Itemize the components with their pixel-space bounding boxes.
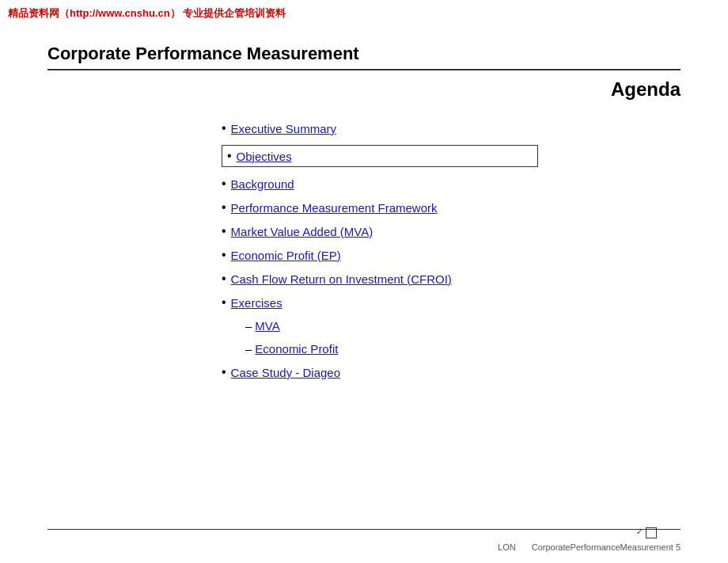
bullet-icon: • [227,149,232,163]
objectives-box: • Objectives [222,145,538,167]
mva-link[interactable]: Market Value Added (MVA) [231,225,373,238]
dash-icon: – [245,342,252,356]
mva-sub-link[interactable]: MVA [255,319,279,333]
list-item: • Market Value Added (MVA) [222,219,681,243]
case-study-link[interactable]: Case Study - Diageo [231,366,340,379]
list-item-highlighted: • Objectives [222,140,681,172]
bottom-bar-right: ✓ [646,527,657,538]
bullet-icon: • [222,248,226,262]
bullet-icon: • [222,365,226,379]
title-section: Corporate Performance Measurement [47,44,681,70]
footer: LON CorporatePerformanceMeasurement 5 [498,542,681,552]
ep-link[interactable]: Economic Profit (EP) [231,249,341,262]
bullet-icon: • [222,121,226,135]
list-item: • Cash Flow Return on Investment (CFROI) [222,267,681,291]
footer-file: CorporatePerformanceMeasurement 5 [532,542,681,552]
checkmark-icon: ✓ [636,527,643,536]
page-title: Corporate Performance Measurement [47,44,359,63]
bullet-icon: • [222,224,226,238]
list-item: • Case Study - Diageo [222,360,681,384]
objectives-link[interactable]: Objectives [237,150,292,163]
footer-lon: LON [498,542,516,552]
agenda-list: • Executive Summary • Objectives • Backg… [222,116,681,384]
exercises-link[interactable]: Exercises [231,296,282,310]
list-item: • Background [222,172,681,196]
bullet-icon: • [222,272,226,286]
executive-summary-link[interactable]: Executive Summary [231,122,336,135]
bullet-icon: • [222,295,226,310]
list-item: • Economic Profit (EP) [222,243,681,267]
bullet-icon: • [222,200,226,215]
sub-list-item: – Economic Profit [245,337,681,360]
bullet-icon: • [222,177,226,191]
background-link[interactable]: Background [231,177,294,191]
agenda-header: Agenda [47,78,681,101]
pmf-link[interactable]: Performance Measurement Framework [231,201,438,215]
watermark: 精品资料网（http://www.cnshu.cn） 专业提供企管培训资料 [8,6,286,21]
bottom-bar: ✓ [47,529,681,533]
checkbox-icon [646,527,657,538]
dash-icon: – [245,319,252,333]
cfroi-link[interactable]: Cash Flow Return on Investment (CFROI) [231,272,452,286]
list-item: • Exercises [222,291,681,314]
sub-list-item: – MVA [245,314,681,337]
list-item: • Executive Summary [222,116,681,140]
list-item: • Performance Measurement Framework [222,196,681,219]
economic-profit-sub-link[interactable]: Economic Profit [255,342,338,356]
